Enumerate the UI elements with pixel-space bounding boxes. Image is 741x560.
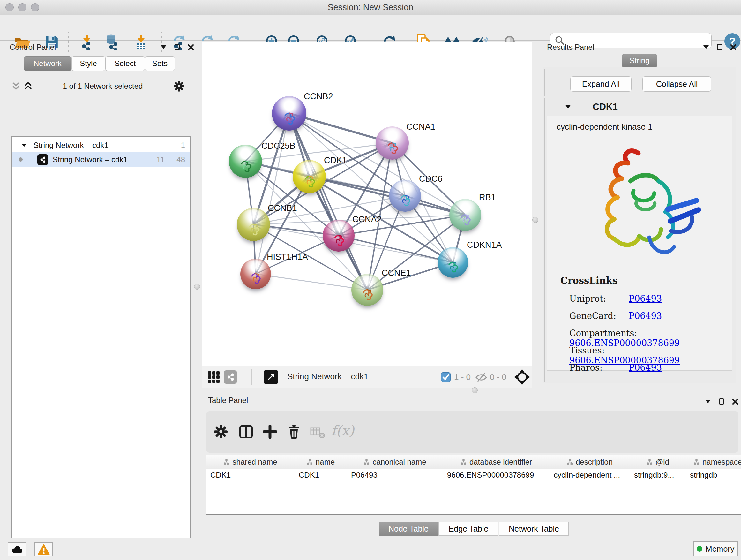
title-bar: Session: New Session — [0, 0, 741, 15]
table-cell[interactable]: P06493 — [347, 469, 443, 482]
panel-close-icon[interactable] — [188, 44, 194, 50]
tree-expander-icon[interactable] — [22, 144, 26, 147]
network-node-CCNB1[interactable] — [237, 208, 270, 241]
crosslink-link[interactable]: P06493 — [629, 363, 662, 373]
network-node-CDC6[interactable] — [389, 180, 421, 212]
expand-collapse-box: Expand All Collapse All — [544, 69, 734, 97]
expand-all-icon[interactable] — [23, 82, 32, 90]
node-label-HIST1H1A: HIST1H1A — [267, 252, 308, 262]
panel-menu-icon[interactable] — [161, 45, 166, 49]
column-header-namespace[interactable]: namespace — [686, 455, 741, 469]
tab-edge-table[interactable]: Edge Table — [439, 522, 498, 536]
node-table: shared namenamecanonical namedatabase id… — [206, 455, 741, 515]
pan-crosshair-icon[interactable] — [514, 369, 530, 385]
network-view-share-icon[interactable] — [224, 370, 237, 384]
column-header-database-identifier[interactable]: database identifier — [443, 455, 550, 469]
memory-status-icon — [697, 546, 702, 552]
network-share-icon — [37, 154, 48, 165]
delete-column-trash-icon[interactable] — [286, 424, 301, 439]
column-label: @id — [656, 457, 669, 466]
node-gloss — [442, 249, 464, 261]
panel-menu-icon[interactable] — [705, 400, 711, 403]
column-header-canonical-name[interactable]: canonical name — [347, 455, 443, 469]
network-options-gear-icon[interactable] — [173, 80, 185, 92]
network-row-selected[interactable]: String Network – cdk1 11 48 — [12, 152, 190, 167]
network-node-CDKN1A[interactable] — [437, 247, 468, 278]
control-panel-title: Control Panel — [10, 43, 56, 52]
section-title: CDK1 — [593, 102, 618, 112]
left-splitter-handle[interactable] — [194, 284, 200, 290]
collapse-all-icon[interactable] — [11, 82, 20, 90]
tab-string[interactable]: String — [622, 54, 657, 67]
warnings-button[interactable] — [35, 543, 53, 557]
panel-close-icon[interactable] — [732, 399, 738, 405]
column-label: description — [576, 457, 613, 466]
tab-sets[interactable]: Sets — [145, 56, 175, 71]
node-gloss — [297, 162, 321, 176]
crosslink-link[interactable]: P06493 — [629, 311, 662, 321]
network-collection-row[interactable]: String Network – cdk1 1 — [12, 138, 190, 152]
column-header-shared-name[interactable]: shared name — [206, 455, 295, 469]
netbar-separator — [252, 369, 252, 385]
table-row[interactable]: CDK1CDK1P064939606.ENSP00000378699cyclin… — [206, 469, 741, 482]
network-status-dot — [18, 158, 23, 162]
panel-float-icon[interactable] — [717, 44, 722, 50]
table-cell[interactable]: CDK1 — [206, 469, 295, 482]
column-header-description[interactable]: description — [550, 455, 630, 469]
network-node-CDC25B[interactable] — [229, 145, 262, 178]
table-cell[interactable]: 9606.ENSP00000378699 — [443, 469, 550, 482]
selected-checkbox-icon[interactable] — [441, 372, 451, 382]
panel-float-icon[interactable] — [175, 44, 180, 50]
status-bar: Memory — [0, 538, 741, 560]
collapse-all-button[interactable]: Collapse All — [643, 76, 711, 91]
panel-menu-icon[interactable] — [703, 45, 709, 49]
tab-node-table[interactable]: Node Table — [379, 522, 438, 536]
protein-structure-image — [575, 133, 705, 273]
cloud-button[interactable] — [8, 543, 26, 557]
cloud-icon — [11, 545, 23, 554]
tab-network-table[interactable]: Network Table — [499, 522, 569, 536]
cdk1-section: CDK1 cyclin-dependent kinase 1 — [544, 98, 734, 382]
network-canvas[interactable]: CCNB2 CCNA1 CDC25B CDK1 CDC6 RB1 CCNB1 C… — [202, 42, 532, 366]
column-label: name — [316, 457, 335, 466]
column-header-name[interactable]: name — [295, 455, 347, 469]
node-label-CDC6: CDC6 — [419, 174, 443, 184]
expand-all-button[interactable]: Expand All — [570, 76, 631, 91]
network-node-CCNA1[interactable] — [376, 126, 409, 160]
show-columns-icon[interactable] — [239, 425, 253, 439]
node-label-CCNB1: CCNB1 — [268, 203, 297, 213]
table-toolbar: f(x) — [206, 411, 738, 453]
add-column-icon[interactable] — [263, 425, 277, 439]
network-node-HIST1H1A[interactable] — [240, 259, 271, 289]
network-node-RB1[interactable] — [449, 199, 481, 231]
table-cell[interactable]: stringdb — [686, 469, 741, 482]
nodes-layer: CCNB2 CCNA1 CDC25B CDK1 CDC6 RB1 CCNB1 C… — [202, 42, 532, 366]
node-label-CCNA2: CCNA2 — [352, 214, 382, 225]
section-expander-icon[interactable] — [565, 105, 571, 109]
table-cell[interactable]: stringdb:9... — [630, 469, 686, 482]
network-node-CDK1[interactable] — [293, 160, 326, 193]
detach-view-icon[interactable] — [264, 370, 278, 384]
network-node-CCNE1[interactable] — [351, 274, 383, 306]
crosslink-link[interactable]: P06493 — [629, 294, 662, 304]
cdk1-details: cyclin-dependent kinase 1 — [547, 116, 732, 371]
crosslink-label: GeneCard: — [569, 311, 629, 321]
panel-close-icon[interactable] — [731, 44, 736, 50]
main-toolbar: ? — [0, 15, 741, 41]
table-cell[interactable]: cyclin-dependent ... — [550, 469, 630, 482]
table-settings-gear-icon[interactable] — [213, 424, 228, 439]
network-node-CCNA2[interactable] — [323, 220, 354, 252]
memory-button[interactable]: Memory — [693, 541, 738, 557]
tab-style[interactable]: Style — [71, 56, 105, 71]
network-node-CCNB2[interactable] — [272, 96, 307, 131]
tab-select[interactable]: Select — [105, 56, 145, 71]
tab-network[interactable]: Network — [23, 56, 71, 71]
crosslink-row: Uniprot:P06493 — [569, 294, 662, 304]
table-cell[interactable]: CDK1 — [295, 469, 347, 482]
panel-float-icon[interactable] — [719, 398, 724, 405]
crosslink-label: Pharos: — [569, 363, 629, 373]
grid-view-icon[interactable] — [207, 371, 220, 383]
right-splitter-handle[interactable] — [532, 217, 538, 223]
cdk1-section-header[interactable]: CDK1 — [545, 98, 734, 115]
column-header--id[interactable]: @id — [630, 455, 686, 469]
